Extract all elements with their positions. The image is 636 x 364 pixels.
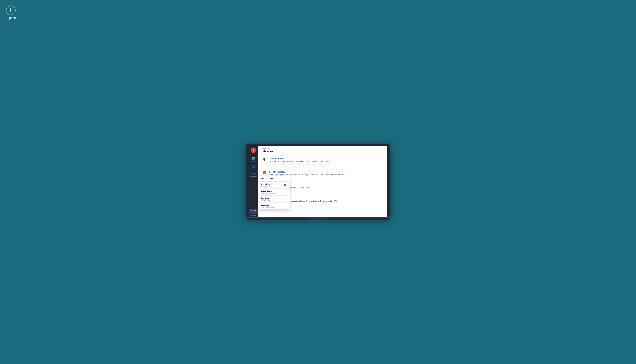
campaigns-icon: 🏷 [252,172,255,175]
support-circle: ℹ [6,6,16,15]
whats-new-chevron: › [287,184,288,186]
sidebar-logo[interactable]: ⚡ [249,146,258,154]
support-outer-label: Support [6,16,16,20]
communities-icon: 👥 [252,165,255,168]
sidebar: ⚡ 📊 Analytics 👥 Communities 🏷 Campaigns [249,146,258,218]
getting-started-right: › [287,191,288,193]
getting-started-title: Getting Started [261,190,287,192]
contact-us-chevron: › [287,205,288,207]
main-header: ExpertVoice Libraries [258,146,387,155]
support-panel-title: Support Center [261,178,274,180]
contact-us-right: › [287,205,288,207]
help-center-title: Help Center [261,197,287,199]
communities-label: Communities [250,168,257,170]
sidebar-item-analytics[interactable]: 📊 Analytics [249,156,258,163]
getting-started-chevron: › [287,191,288,193]
help-center-subtitle: Guides & FAQs [261,199,287,201]
whats-new-badge: 2 [284,184,286,186]
contact-us-left: Contact Us Questions & comments [261,204,287,208]
help-center-left: Help Center Guides & FAQs [261,197,287,201]
whats-new-left: What's New Announcements [261,183,284,187]
support-icon-outer[interactable]: ℹ Support [6,6,16,20]
lesson-library-info: Lesson Library Create lessons to educate… [269,158,383,163]
laptop-wrapper: ⚡ 📊 Analytics 👥 Communities 🏷 Campaigns [246,143,390,221]
sidebar-nav: 📊 Analytics 👥 Communities 🏷 Campaigns [249,154,258,209]
laptop-screen: ⚡ 📊 Analytics 👥 Communities 🏷 Campaigns [249,146,387,218]
help-center-menu-item[interactable]: Help Center Guides & FAQs › [258,196,290,202]
contact-us-menu-item[interactable]: Contact Us Questions & comments › [258,202,290,210]
support-text: Support [251,210,256,211]
analytics-label: Analytics [251,160,256,162]
laptop-base [246,218,390,221]
breadcrumb: ExpertVoice [262,148,384,150]
support-panel-header: Support Center ✕ [258,176,290,182]
lesson-library-desc: Create lessons to educate experts about … [269,160,383,163]
whats-new-subtitle: Announcements [261,185,284,187]
whats-new-title: What's New [261,183,284,185]
lesson-icon: 🎓 [262,158,266,161]
whats-new-right: 2 › [284,184,288,186]
sidebar-bottom: Support Account [249,209,258,218]
lesson-library-item: 🎓 Lesson Library Create lessons to educa… [262,158,383,163]
incentive-icon: 🎁 [262,171,266,174]
sidebar-support-button[interactable]: Support [249,209,258,214]
support-panel: Support Center ✕ What's New Announcement… [258,176,290,210]
laptop-trackpad [309,218,327,220]
lesson-library-title[interactable]: Lesson Library [269,158,383,160]
page-title: Libraries [262,150,384,153]
contact-us-title: Contact Us [261,204,287,206]
whats-new-menu-item[interactable]: What's New Announcements 2 › [258,182,290,188]
incentive-library-item: 🎁 Incentive Library to encourage experts… [262,170,383,176]
help-center-chevron: › [287,198,288,200]
support-dot [253,212,254,213]
laptop-bezel: ⚡ 📊 Analytics 👥 Communities 🏷 Campaigns [246,143,390,218]
getting-started-left: Getting Started Resources for new users [261,190,287,194]
sidebar-item-communities[interactable]: 👥 Communities [249,163,258,171]
close-button[interactable]: ✕ [286,178,288,180]
sidebar-item-campaigns[interactable]: 🏷 Campaigns [249,171,258,178]
sidebar-account-button[interactable]: Account [249,214,258,218]
campaigns-label: Campaigns [250,176,257,177]
logo-icon: ⚡ [251,148,256,153]
contact-us-subtitle: Questions & comments [261,206,287,208]
incentive-library-title[interactable]: Incentive Library [269,170,383,173]
analytics-icon: 📊 [252,157,255,160]
account-label: Account [251,215,256,216]
help-center-right: › [287,198,288,200]
incentive-library-info: Incentive Library to encourage experts t… [269,170,383,176]
getting-started-menu-item[interactable]: Getting Started Resources for new users … [258,188,290,196]
getting-started-subtitle: Resources for new users [261,192,287,194]
